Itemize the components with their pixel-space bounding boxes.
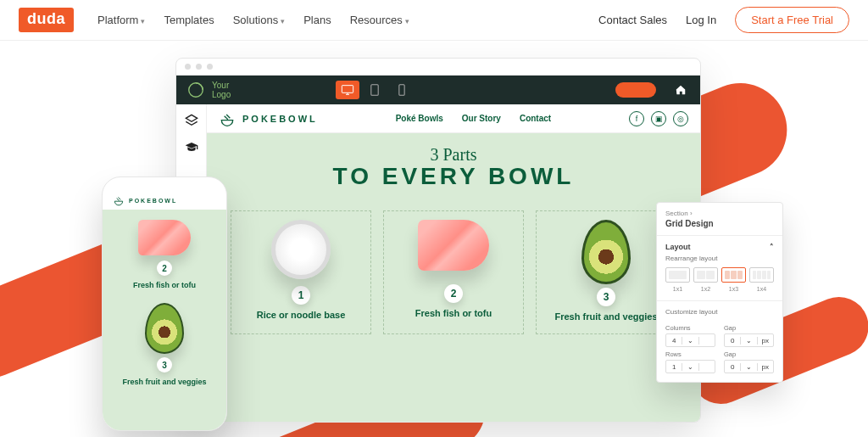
site-nav: Poké Bowls Our Story Contact bbox=[396, 114, 552, 123]
brand-logo[interactable]: duda bbox=[19, 8, 74, 32]
phone-mock: POKEBOWL 2 Fresh fish or tofu 3 Fresh fr… bbox=[102, 176, 227, 431]
your-logo-text: Your bbox=[212, 81, 229, 90]
site-nav-item[interactable]: Poké Bowls bbox=[396, 114, 443, 123]
layout-option-1x2[interactable] bbox=[693, 267, 718, 283]
phone-header: POKEBOWL bbox=[103, 191, 226, 210]
nav-item-templates[interactable]: Templates bbox=[164, 14, 214, 26]
avocado-image bbox=[581, 220, 631, 284]
layers-tool[interactable] bbox=[182, 111, 201, 130]
mobile-icon bbox=[398, 84, 406, 96]
bowl-icon bbox=[219, 110, 236, 127]
card-number-badge: 3 bbox=[597, 288, 615, 306]
your-logo-placeholder[interactable]: YourLogo bbox=[186, 81, 231, 99]
nav-label: Resources bbox=[350, 14, 403, 26]
card-number-badge: 3 bbox=[157, 357, 172, 373]
device-tablet-button[interactable] bbox=[363, 81, 387, 99]
fish-image bbox=[138, 220, 191, 255]
layout-option-labels: 1x1 1x2 1x3 1x4 bbox=[657, 286, 782, 300]
youtube-icon[interactable]: ▣ bbox=[651, 111, 666, 126]
bowl-icon bbox=[113, 194, 125, 206]
top-nav: duda Platform▾ Templates Solutions▾ Plan… bbox=[0, 0, 868, 41]
rice-image bbox=[271, 220, 331, 279]
device-mobile-button[interactable] bbox=[390, 81, 414, 99]
stepper-unit: px bbox=[758, 337, 773, 345]
chevron-down-icon: ▾ bbox=[141, 17, 145, 25]
chevron-down-icon: ⌄ bbox=[682, 363, 698, 371]
nav-label: Platform bbox=[97, 14, 138, 26]
svg-marker-4 bbox=[186, 115, 197, 121]
phone-body: 2 Fresh fish or tofu 3 Fresh fruit and v… bbox=[103, 210, 226, 431]
desktop-icon bbox=[341, 84, 354, 96]
chevron-down-icon: ▾ bbox=[281, 17, 285, 25]
rows-label: Rows bbox=[665, 350, 715, 358]
card-fish[interactable]: 2 Fresh fish or tofu bbox=[383, 210, 524, 334]
facebook-icon[interactable]: f bbox=[629, 111, 644, 126]
rows-gap-stepper[interactable]: 0⌄px bbox=[724, 360, 774, 373]
your-logo-text: Logo bbox=[212, 90, 231, 99]
layout-option-1x1[interactable] bbox=[665, 267, 690, 283]
layout-controls: Columns 4⌄ Gap 0⌄px Rows 1⌄ bbox=[657, 324, 782, 382]
chevron-down-icon: ⌄ bbox=[740, 337, 757, 345]
nav-item-plans[interactable]: Plans bbox=[303, 14, 331, 26]
site-socials: f ▣ ◎ bbox=[629, 111, 688, 126]
svg-rect-3 bbox=[399, 85, 404, 96]
instagram-icon[interactable]: ◎ bbox=[673, 111, 688, 126]
publish-pill-button[interactable] bbox=[615, 82, 656, 98]
device-desktop-button[interactable] bbox=[336, 81, 359, 99]
card-caption: Rice or noodle base bbox=[236, 310, 365, 320]
collapse-icon[interactable]: ˄ bbox=[770, 243, 774, 251]
login-link[interactable]: Log In bbox=[686, 14, 716, 26]
columns-gap-label: Gap bbox=[724, 324, 774, 332]
layers-icon bbox=[185, 114, 198, 127]
site-nav-item[interactable]: Our Story bbox=[462, 114, 501, 123]
columns-gap-stepper[interactable]: 0⌄px bbox=[724, 333, 774, 347]
hero-big-text: TO EVERY BOWL bbox=[222, 163, 685, 190]
nav-label: Solutions bbox=[233, 14, 278, 26]
rearrange-label: Rearrange layout bbox=[657, 255, 782, 267]
layout-label: 1x1 bbox=[665, 286, 690, 292]
nav-right: Contact Sales Log In Start a Free Trial bbox=[598, 7, 849, 33]
home-button[interactable] bbox=[671, 81, 690, 99]
logo-placeholder-icon bbox=[186, 81, 205, 99]
layout-label: 1x4 bbox=[749, 286, 774, 292]
card-number-badge: 2 bbox=[157, 261, 172, 276]
nav-item-resources[interactable]: Resources▾ bbox=[350, 14, 409, 26]
site-brand-text: POKEBOWL bbox=[242, 114, 318, 124]
grid-design-panel: Section › Grid Design Layout ˄ Rearrange… bbox=[656, 202, 783, 383]
site-header: POKEBOWL Poké Bowls Our Story Contact f … bbox=[207, 104, 700, 133]
start-trial-button[interactable]: Start a Free Trial bbox=[735, 7, 849, 33]
chevron-down-icon: ▾ bbox=[405, 17, 409, 25]
layout-option-1x3[interactable] bbox=[721, 267, 746, 283]
nav-left: Platform▾ Templates Solutions▾ Plans Res… bbox=[97, 14, 409, 26]
columns-stepper[interactable]: 4⌄ bbox=[665, 333, 715, 347]
rows-stepper[interactable]: 1⌄ bbox=[665, 360, 715, 373]
avocado-image bbox=[145, 303, 184, 354]
card-caption: Fresh fruit and veggies bbox=[542, 311, 670, 322]
hero-script-text: 3 Parts bbox=[222, 145, 685, 165]
learn-tool[interactable] bbox=[182, 138, 201, 157]
site-nav-item[interactable]: Contact bbox=[520, 114, 551, 123]
chevron-down-icon: ⌄ bbox=[682, 337, 698, 345]
layout-option-1x4[interactable] bbox=[749, 267, 774, 283]
nav-item-platform[interactable]: Platform▾ bbox=[97, 14, 145, 26]
graduation-icon bbox=[185, 141, 198, 154]
panel-title: Grid Design bbox=[657, 219, 782, 235]
customize-label: Customize layout bbox=[657, 301, 782, 321]
layout-label: 1x2 bbox=[693, 286, 718, 292]
fish-image bbox=[418, 220, 489, 271]
stepper-value: 4 bbox=[666, 337, 682, 345]
svg-rect-1 bbox=[342, 86, 353, 93]
panel-breadcrumb[interactable]: Section › bbox=[657, 203, 782, 219]
hero-stage: YourLogo bbox=[0, 41, 868, 437]
nav-item-solutions[interactable]: Solutions▾ bbox=[233, 14, 285, 26]
editor-canvas: POKEBOWL Poké Bowls Our Story Contact f … bbox=[207, 104, 700, 422]
card-rice[interactable]: 1 Rice or noodle base bbox=[231, 210, 371, 334]
phone-brand-text: POKEBOWL bbox=[129, 198, 177, 204]
columns-label: Columns bbox=[665, 324, 715, 332]
stepper-value: 1 bbox=[666, 363, 682, 371]
contact-sales-link[interactable]: Contact Sales bbox=[598, 14, 667, 26]
phone-notch bbox=[103, 177, 226, 191]
editor-window: YourLogo bbox=[175, 58, 701, 423]
site-hero: 3 Parts TO EVERY BOWL 1 Rice or noodle b… bbox=[207, 133, 700, 422]
site-brand[interactable]: POKEBOWL bbox=[219, 110, 318, 127]
